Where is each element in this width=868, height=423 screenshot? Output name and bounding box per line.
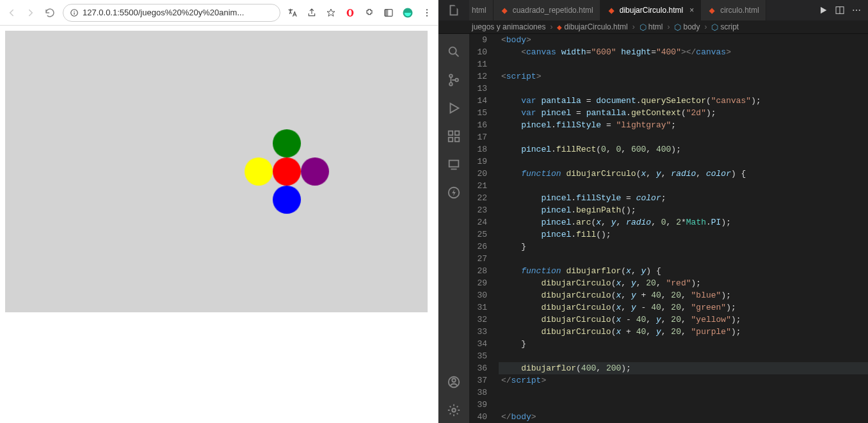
code-line[interactable]: pincel.fill(); <box>499 228 868 241</box>
canvas-output <box>5 31 428 312</box>
code-line[interactable]: function dibujarCirculo(x, y, radio, col… <box>499 168 868 180</box>
code-line[interactable] <box>499 58 868 70</box>
extensions-activity-icon[interactable] <box>438 124 469 149</box>
svg-rect-6 <box>385 9 388 16</box>
html-file-icon: ◆ <box>557 24 562 31</box>
crumb-body[interactable]: ⬡body <box>674 22 700 32</box>
code-line[interactable] <box>499 156 868 168</box>
browser-toolbar-right <box>287 7 433 19</box>
code-line[interactable] <box>499 180 868 192</box>
code-line[interactable]: dibujarCirculo(x, y - 40, 20, "green"); <box>499 301 868 314</box>
kebab-menu-icon[interactable] <box>421 7 433 19</box>
line-number: 30 <box>469 289 487 301</box>
code-line[interactable] <box>499 350 868 362</box>
svg-point-4 <box>349 10 352 15</box>
tab-dibujarCirculo[interactable]: ◆dibujarCirculo.html× <box>600 0 701 20</box>
crumb-script[interactable]: ⬡script <box>711 22 739 32</box>
code-area[interactable]: <body> <canvas width="600" height="400">… <box>499 34 868 423</box>
code-line[interactable] <box>499 131 868 143</box>
code-line[interactable]: } <box>499 241 868 253</box>
breadcrumb[interactable]: juegos y animaciones◆dibujarCirculo.html… <box>438 20 868 34</box>
crumb-dibujarCirculo.html[interactable]: ◆dibujarCirculo.html <box>557 22 627 31</box>
bookmark-star-icon[interactable] <box>325 7 337 19</box>
extensions-icon[interactable] <box>364 7 375 19</box>
code-line[interactable]: function dibujarflor(x, y) { <box>499 265 868 277</box>
code-line[interactable]: pincel.fillStyle = color; <box>499 192 868 204</box>
html-file-icon: ◆ <box>500 6 509 15</box>
code-line[interactable] <box>499 83 868 95</box>
line-number: 14 <box>469 95 487 107</box>
code-line[interactable] <box>499 387 868 399</box>
svg-rect-2 <box>74 12 74 15</box>
accounts-icon[interactable] <box>438 369 469 395</box>
code-line[interactable]: dibujarflor(400, 200); <box>499 362 868 374</box>
crumb-juegos  y animaciones[interactable]: juegos y animaciones <box>472 22 545 31</box>
code-line[interactable]: } <box>499 338 868 350</box>
code-line[interactable] <box>499 253 868 265</box>
tab-circulo[interactable]: ◆circulo.html <box>701 0 766 20</box>
url-bar[interactable]: 127.0.0.1:5500/juegos%20%20y%20anim... <box>63 4 280 22</box>
code-line[interactable]: </script> <box>499 374 868 387</box>
forward-button[interactable] <box>24 6 37 19</box>
run-debug-icon[interactable] <box>438 95 469 121</box>
translate-icon[interactable] <box>287 7 298 19</box>
liveserver-icon[interactable] <box>438 152 469 177</box>
code-line[interactable]: var pincel = pantalla.getContext("2d"); <box>499 107 868 119</box>
tab-label: dibujarCirculo.html <box>620 6 683 15</box>
tab-cuadrado_repetido[interactable]: ◆cuadrado_repetido.html <box>494 0 600 20</box>
line-number: 15 <box>469 107 487 119</box>
share-icon[interactable] <box>306 7 317 19</box>
run-icon[interactable] <box>818 5 828 15</box>
back-button[interactable] <box>5 6 18 19</box>
code-line[interactable]: pincel.fillRect(0, 0, 600, 400); <box>499 143 868 156</box>
code-line[interactable]: <canvas width="600" height="400"></canva… <box>499 46 868 58</box>
code-line[interactable]: dibujarCirculo(x, y + 40, 20, "blue"); <box>499 289 868 301</box>
crumb-html[interactable]: ⬡html <box>639 22 663 32</box>
code-line[interactable] <box>499 399 868 411</box>
search-icon[interactable] <box>438 39 469 65</box>
crumb-label: dibujarCirculo.html <box>564 22 627 31</box>
line-number: 12 <box>469 70 487 83</box>
svg-point-9 <box>426 12 428 13</box>
code-line[interactable]: dibujarCirculo(x - 40, y, 20, "yellow"); <box>499 314 868 326</box>
close-icon[interactable]: × <box>689 6 694 15</box>
code-line[interactable]: pincel.fillStyle = "lightgray"; <box>499 119 868 131</box>
line-number-gutter: 9101112131415161718192021222324252627282… <box>469 34 499 423</box>
profile-icon[interactable] <box>402 7 414 19</box>
line-number: 27 <box>469 253 487 265</box>
panel-icon[interactable] <box>383 7 394 19</box>
code-line[interactable]: <script> <box>499 70 868 83</box>
code-line[interactable]: dibujarCirculo(x, y, 20, "red"); <box>499 277 868 289</box>
svg-rect-24 <box>455 138 459 141</box>
code-editor[interactable]: 9101112131415161718192021222324252627282… <box>469 34 868 423</box>
tab-partial[interactable]: html <box>469 0 494 20</box>
code-line[interactable]: <body> <box>499 34 868 46</box>
code-line[interactable]: var pantalla = document.querySelector("c… <box>499 95 868 107</box>
code-line[interactable]: </body> <box>499 411 868 423</box>
code-line[interactable]: pincel.arc(x, y, radio, 0, 2*Math.PI); <box>499 216 868 228</box>
svg-point-19 <box>449 83 453 86</box>
crumb-separator <box>702 22 709 31</box>
crumb-label: script <box>720 22 739 31</box>
source-control-icon[interactable] <box>438 67 469 93</box>
line-number: 19 <box>469 156 487 168</box>
browser-content <box>0 26 438 423</box>
line-number: 40 <box>469 411 487 423</box>
browser-toolbar: 127.0.0.1:5500/juegos%20%20y%20anim... <box>0 0 438 26</box>
lightning-icon[interactable] <box>438 180 469 205</box>
site-info-icon[interactable] <box>70 8 79 17</box>
split-editor-icon[interactable] <box>835 5 845 15</box>
more-actions-icon[interactable] <box>851 5 862 15</box>
crumb-separator <box>548 22 554 31</box>
explorer-icon[interactable] <box>438 0 469 20</box>
svg-point-15 <box>859 10 860 11</box>
line-number: 38 <box>469 387 487 399</box>
code-line[interactable]: pincel.beginPath(); <box>499 204 868 216</box>
code-line[interactable]: dibujarCirculo(x + 40, y, 20, "purple"); <box>499 326 868 338</box>
opera-icon[interactable] <box>344 7 356 19</box>
line-number: 16 <box>469 119 487 131</box>
svg-line-17 <box>456 54 459 57</box>
settings-gear-icon[interactable] <box>438 397 469 423</box>
reload-button[interactable] <box>44 6 56 19</box>
tab-label: cuadrado_repetido.html <box>513 6 593 15</box>
